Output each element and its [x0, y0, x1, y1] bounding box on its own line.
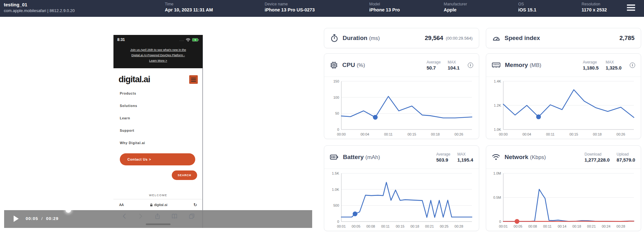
svg-text:00:11: 00:11 [546, 132, 555, 136]
svg-text:00:21: 00:21 [587, 224, 596, 228]
duration-title: Duration (ms) [343, 35, 380, 42]
memory-max: MAX1,325.0 [606, 60, 621, 70]
memory-unit: (MB) [530, 62, 541, 68]
cpu-card: CPU (%) Average50.7 MAX104.1 i 050100150… [324, 53, 479, 139]
promo-line: Join us April 26th to see what's new in … [117, 47, 200, 52]
network-card: Network (Kbps) Download1,277,228.0 Uploa… [486, 145, 641, 231]
svg-text:0: 0 [499, 220, 501, 223]
svg-text:00:05: 00:05 [514, 224, 523, 228]
field-value: iOS 15.1 [518, 7, 536, 12]
nav-item-products: Products [120, 91, 203, 95]
field-value: 1170 x 2532 [582, 7, 607, 12]
svg-text:00:00: 00:00 [499, 132, 508, 136]
svg-text:00:18: 00:18 [431, 132, 440, 136]
network-chart: 00.5M1.0M00:0100:0500:0800:1100:1400:180… [489, 170, 638, 230]
svg-text:00:18: 00:18 [593, 132, 602, 136]
site-header: digital.ai [113, 68, 203, 86]
duration-unit: (ms) [369, 35, 380, 41]
cpu-chart: 05010015000:0000:0400:1100:1500:1800:26 [327, 77, 476, 138]
network-download: Download1,277,228.0 [584, 152, 609, 163]
svg-text:00:21: 00:21 [425, 224, 434, 228]
header-field-os: OS iOS 15.1 [518, 2, 536, 12]
svg-text:1.0M: 1.0M [493, 171, 501, 175]
duration-card: Duration (ms) 29,564 (00:00:29.564) [324, 28, 479, 48]
memory-chart: 1.0K1.2K1.4K00:0000:0400:1100:1500:1800:… [489, 77, 638, 138]
text-size-control: AA [119, 203, 124, 207]
battery-icon [330, 154, 338, 160]
field-value: iPhone 13 Pro US-0273 [265, 7, 315, 12]
field-value: Apr 10, 2023 11:31 AM [165, 7, 213, 12]
stopwatch-icon [331, 34, 338, 42]
seek-handle[interactable] [66, 207, 71, 213]
video-control-bar[interactable]: 00:05 / 00:29 [4, 210, 312, 228]
svg-text:00:15: 00:15 [396, 224, 405, 228]
welcome-label: WELCOME [113, 194, 203, 197]
duration-formatted: (00:00:29.564) [446, 36, 473, 41]
svg-text:00:08: 00:08 [366, 224, 375, 228]
svg-text:1.5K: 1.5K [332, 171, 339, 175]
field-value: Apple [444, 7, 467, 12]
nav-item-learn: Learn [120, 116, 203, 120]
svg-text:1.4K: 1.4K [494, 79, 501, 83]
total-time: 00:29 [46, 216, 59, 221]
svg-text:00:01: 00:01 [499, 224, 508, 228]
svg-text:0: 0 [337, 128, 339, 131]
promo-line: Digital.ai AI-Powered DevOps Platform - [117, 52, 200, 58]
phone-status-icons: .... [179, 38, 199, 42]
nav-item-solutions: Solutions [120, 104, 203, 108]
header-field-manufacturer: Manufacturer Apple [444, 2, 467, 12]
field-label: Device name [265, 2, 315, 6]
svg-text:00:04: 00:04 [360, 132, 369, 136]
battery-charging-icon [192, 38, 199, 42]
cpu-max: MAX104.1 [448, 60, 460, 70]
test-identity: testing_01 com.apple.mobilesafari | 8612… [4, 2, 75, 13]
video-frame-edge [203, 35, 203, 228]
svg-text:00:11: 00:11 [381, 224, 390, 228]
field-label: Resolution [582, 2, 607, 6]
memory-card: Memory (MB) Average1,180.5 MAX1,325.0 i … [486, 53, 641, 139]
current-time: 00:05 [26, 216, 38, 221]
field-label: Model [369, 2, 400, 6]
svg-text:150: 150 [333, 79, 339, 83]
svg-text:00:28: 00:28 [454, 224, 463, 228]
network-upload: Upload87,579.0 [617, 152, 635, 163]
play-button[interactable] [14, 216, 19, 222]
nav-item-support: Support [120, 129, 203, 132]
nav-item-why-digitalai: Why Digital.ai [120, 141, 203, 145]
info-icon[interactable]: i [468, 63, 473, 68]
battery-card: Battery (mAh) Average503.9 MAX1,195.4 05… [324, 145, 479, 231]
svg-text:0.5M: 0.5M [493, 196, 501, 199]
url-text: digital.ai [154, 203, 167, 207]
svg-text:00:08: 00:08 [528, 224, 537, 228]
header-field-time: Time Apr 10, 2023 11:31 AM [165, 2, 213, 12]
time-separator: / [42, 216, 43, 221]
memory-ram-icon [492, 62, 500, 69]
phone-status-bar: 8:31 .... [113, 35, 203, 44]
battery-unit: (mAh) [365, 154, 380, 160]
svg-text:00:24: 00:24 [602, 224, 611, 228]
header-field-resolution: Resolution 1170 x 2532 [582, 2, 607, 12]
svg-text:00:11: 00:11 [384, 132, 393, 136]
wifi-icon [186, 38, 190, 42]
time-display: 00:05 / 00:29 [26, 216, 59, 221]
svg-text:50: 50 [335, 111, 339, 115]
promo-line: Learn More > [117, 58, 200, 63]
test-name: testing_01 [4, 2, 75, 7]
memory-average: Average1,180.5 [583, 60, 599, 70]
field-label: Time [165, 2, 213, 6]
field-label: OS [518, 2, 536, 6]
network-wifi-icon [492, 154, 500, 161]
contact-us-button: Contact Us > [120, 153, 195, 165]
svg-text:00:11: 00:11 [543, 224, 552, 228]
field-label: Manufacturer [444, 2, 467, 6]
memory-title: Memory (MB) [505, 62, 541, 69]
field-value: iPhone 13 Pro [369, 7, 400, 12]
phone-clock: 8:31 [117, 37, 125, 42]
safari-url-bar: AA digital.ai ↻ [113, 199, 203, 210]
info-icon[interactable]: i [630, 63, 635, 68]
svg-text:00:05: 00:05 [352, 224, 361, 228]
hamburger-menu-icon[interactable] [627, 4, 636, 13]
svg-text:1.0K: 1.0K [332, 188, 339, 191]
digitalai-logo: digital.ai [119, 75, 150, 84]
promo-banner: Join us April 26th to see what's new in … [113, 44, 203, 68]
